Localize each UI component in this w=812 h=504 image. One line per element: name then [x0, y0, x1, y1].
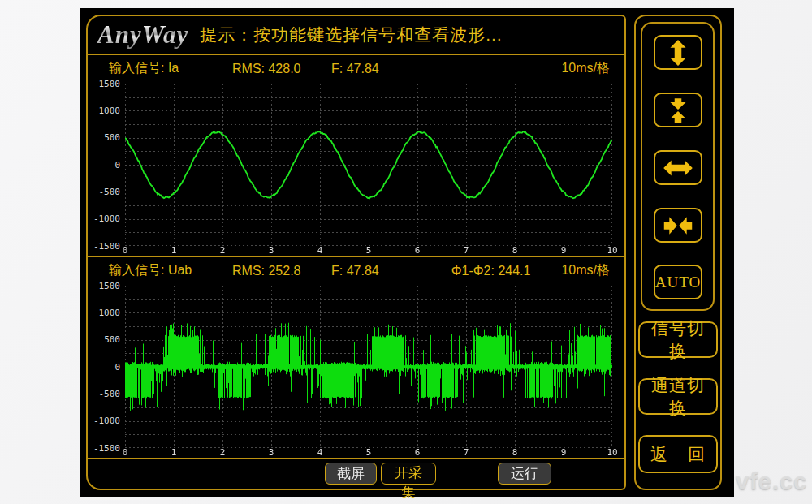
- chart-section-uab: 输入信号: Uab RMS: 252.8 F: 47.84 Φ1-Φ2: 244…: [88, 257, 624, 459]
- y-tick-label: 1000: [88, 308, 120, 317]
- y-tick-label: 0: [88, 161, 120, 170]
- x-tick-label: 5: [358, 246, 379, 256]
- y-tick-label: 1000: [88, 106, 120, 115]
- timebase-label: 10ms/格: [561, 60, 610, 77]
- screenshot-button[interactable]: 截屏: [325, 463, 377, 485]
- instrument-screen: AnyWay 提示：按功能键选择信号和查看波形... 输入信号: Ia RMS:…: [80, 8, 734, 497]
- x-tick-label: 8: [504, 448, 525, 458]
- x-tick-label: 3: [261, 448, 282, 458]
- panel-header: AnyWay 提示：按功能键选择信号和查看波形...: [88, 16, 624, 55]
- x-tick-label: 10: [602, 246, 623, 256]
- chart-section-ia: 输入信号: Ia RMS: 428.0 F: 47.84 10ms/格 1500…: [88, 55, 624, 257]
- x-tick-label: 6: [407, 448, 428, 458]
- x-tick-label: 3: [261, 246, 282, 256]
- y-axis-labels: 150010005000-500-1000-1500: [88, 80, 122, 243]
- compress-horizontal-icon: [663, 213, 693, 238]
- return-button[interactable]: 返 回: [638, 435, 718, 473]
- timebase-label: 10ms/格: [561, 262, 610, 279]
- waveform-canvas-ia: [125, 84, 612, 246]
- y-tick-label: -500: [88, 390, 120, 398]
- return-label-left: 返: [650, 443, 668, 466]
- channel-header-uab: 输入信号: Uab RMS: 252.8 F: 47.84 Φ1-Φ2: 244…: [88, 257, 624, 282]
- page: AnyWay 提示：按功能键选择信号和查看波形... 输入信号: Ia RMS:…: [0, 0, 812, 504]
- rms-value: RMS: 252.8: [232, 264, 331, 278]
- y-axis-labels: 150010005000-500-1000-1500: [88, 282, 122, 445]
- x-tick-label: 1: [163, 448, 184, 458]
- y-tick-label: 500: [88, 335, 120, 344]
- y-tick-label: -1000: [88, 214, 120, 223]
- signal-label: 输入信号: Ia: [109, 60, 232, 77]
- y-tick-label: 0: [88, 363, 120, 372]
- expand-horizontal-icon: [663, 156, 693, 180]
- channel-switch-button[interactable]: 通道切换: [638, 378, 718, 415]
- x-tick-label: 9: [553, 448, 574, 458]
- plot-area-uab: 150010005000-500-1000-1500 012345678910: [88, 282, 624, 458]
- y-tick-label: 500: [88, 133, 120, 142]
- x-tick-label: 9: [553, 246, 574, 256]
- zoom-tool-group: AUTO: [641, 22, 715, 311]
- signal-switch-button[interactable]: 信号切换: [638, 321, 718, 358]
- channel-header-ia: 输入信号: Ia RMS: 428.0 F: 47.84 10ms/格: [88, 55, 624, 80]
- x-tick-label: 5: [358, 448, 379, 458]
- x-tick-label: 7: [456, 246, 477, 256]
- phase-diff-value: Φ1-Φ2: 244.1: [451, 264, 531, 278]
- return-label-right: 回: [688, 443, 706, 466]
- y-tick-label: -1000: [88, 416, 120, 425]
- freq-value: F: 47.84: [331, 264, 421, 278]
- x-tick-label: 7: [456, 448, 477, 458]
- plot-area-ia: 150010005000-500-1000-1500 012345678910: [88, 80, 624, 256]
- y-tick-label: 1500: [88, 80, 120, 88]
- y-tick-label: 1500: [88, 282, 120, 291]
- run-button[interactable]: 运行: [498, 463, 551, 485]
- x-tick-label: 1: [163, 246, 184, 256]
- x-tick-label: 0: [114, 246, 136, 256]
- freq-value: F: 47.84: [331, 62, 421, 76]
- x-axis-labels: 012345678910: [125, 246, 612, 256]
- x-axis-labels: 012345678910: [125, 448, 612, 459]
- compress-horizontal-button[interactable]: [654, 208, 702, 243]
- x-tick-label: 2: [212, 246, 233, 256]
- sidebar: AUTO 信号切换 通道切换 返 回: [634, 15, 722, 490]
- compress-vertical-button[interactable]: [654, 93, 702, 127]
- panel-footer: 截屏 开采集 运行: [88, 459, 624, 489]
- x-tick-label: 4: [309, 448, 330, 458]
- hint-text: 提示：按功能键选择信号和查看波形...: [200, 24, 503, 46]
- compress-vertical-icon: [664, 97, 692, 124]
- x-tick-label: 0: [114, 448, 136, 458]
- x-tick-label: 2: [212, 448, 233, 458]
- expand-vertical-icon: [664, 39, 692, 67]
- x-tick-label: 6: [407, 246, 428, 256]
- main-panel: AnyWay 提示：按功能键选择信号和查看波形... 输入信号: Ia RMS:…: [86, 15, 626, 490]
- watermark: vfe.cc: [736, 468, 807, 495]
- expand-vertical-button[interactable]: [654, 35, 702, 70]
- x-tick-label: 4: [309, 246, 330, 256]
- y-tick-label: -500: [88, 187, 120, 196]
- rms-value: RMS: 428.0: [232, 62, 331, 76]
- waveform-canvas-uab: [125, 286, 612, 448]
- auto-button[interactable]: AUTO: [654, 265, 702, 299]
- start-acquisition-button[interactable]: 开采集: [381, 463, 436, 485]
- x-tick-label: 8: [504, 246, 525, 256]
- expand-horizontal-button[interactable]: [654, 150, 702, 185]
- signal-label: 输入信号: Uab: [109, 262, 232, 279]
- x-tick-label: 10: [602, 448, 623, 458]
- anyway-logo: AnyWay: [97, 20, 200, 50]
